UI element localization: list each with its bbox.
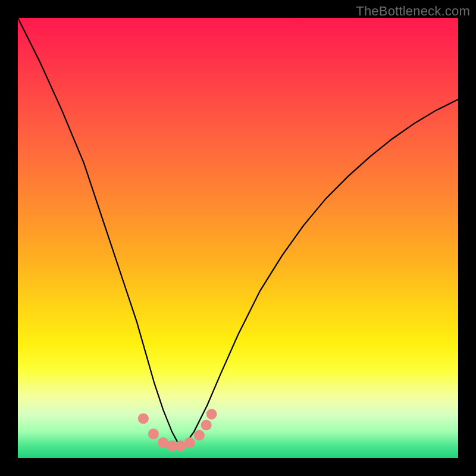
- curve-marker: [184, 437, 195, 448]
- plot-area: [18, 18, 458, 458]
- curve-layer: [18, 18, 458, 458]
- curve-marker: [194, 430, 205, 441]
- bottleneck-curve: [18, 18, 458, 444]
- marker-group: [138, 409, 217, 451]
- curve-marker: [148, 428, 159, 439]
- curve-marker: [201, 420, 212, 431]
- watermark-text: TheBottleneck.com: [356, 4, 470, 19]
- curve-marker: [206, 409, 217, 419]
- chart-frame: TheBottleneck.com: [0, 0, 476, 476]
- curve-marker: [138, 413, 149, 424]
